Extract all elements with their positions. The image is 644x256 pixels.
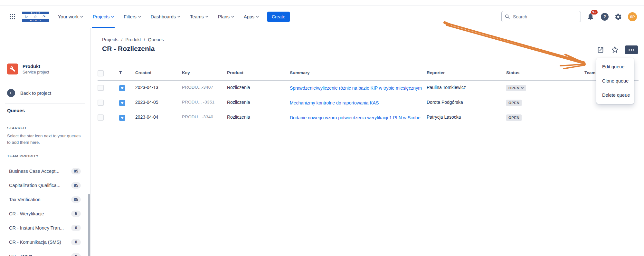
sidebar-item-business-case-acceptance[interactable]: Business Case Accept... 85 [5,164,85,178]
row-checkbox[interactable] [98,100,104,106]
cell-created: 2023-04-05 [135,100,182,105]
star-outline-icon [611,46,619,54]
queue-count-badge: 5 [71,211,81,217]
back-to-project[interactable]: Back to project [7,89,51,97]
notification-count-badge: 9+ [591,10,598,15]
team-priority-heading: TEAM PRIORITY [7,154,39,158]
wrench-icon [10,66,15,72]
help-button[interactable]: ? [601,13,609,21]
issue-summary-link[interactable]: Dodanie nowego wzoru potwierdzenia weryf… [290,115,420,120]
star-queue-button[interactable] [611,45,619,54]
cell-reporter: Dorota Podgórska [427,100,506,105]
chevron-down-icon [521,87,524,89]
cell-product: Rozliczenia [227,114,290,120]
app-switcher-icon[interactable] [10,14,15,20]
jira-service-queue-page: BLUE ▷☆↷ MEDIA Your work Projects Filter… [0,0,644,256]
gear-icon [614,13,622,21]
col-header-product: Product [227,68,290,75]
col-header-reporter: Reporter [427,68,506,75]
project-type: Service project [23,70,49,74]
cell-created: 2023-04-04 [135,114,182,120]
breadcrumb-queues[interactable]: Queues [148,37,164,42]
nav-projects[interactable]: Projects [93,5,114,28]
nav-teams[interactable]: Teams [190,5,208,28]
search-icon [505,14,510,19]
sidebar-item-tax-verification[interactable]: Tax Verification 85 [5,192,85,207]
breadcrumb: Projects / Produkt / Queues [102,37,164,42]
issue-table: T Created Key Product Summary Reporter S… [98,68,639,125]
notifications-button[interactable]: 9+ [587,13,595,21]
logo-top-text: BLUE [22,12,49,15]
col-header-summary: Summary [290,68,427,75]
col-header-key: Key [182,68,227,75]
status-badge[interactable]: OPEN [506,100,522,106]
chevron-down-icon [205,16,208,18]
nav-apps[interactable]: Apps [244,5,259,28]
cell-created: 2023-04-13 [135,85,182,90]
queue-count-badge: 85 [71,168,81,174]
sidebar-divider [5,103,85,103]
issue-type-icon: ♥ [119,85,125,91]
cell-reporter: Patrycja Lasocka [427,114,506,120]
menu-item-delete-queue[interactable]: Delete queue [596,88,634,102]
sidebar-item-cr-instant-money-transfer[interactable]: CR - Instant Money Tran... 0 [5,221,85,235]
breadcrumb-separator: / [144,37,145,42]
table-row: ♥ 2023-04-13 PRODU...-3407 Rozliczenia S… [98,81,639,95]
sidebar-item-cr-weryfikacje[interactable]: CR - Weryfikacje 5 [5,207,85,221]
queue-actions-menu: Edit queue Clone queue Delete queue [596,58,634,104]
help-icon: ? [603,14,606,19]
chevron-down-icon [177,16,180,18]
menu-item-clone-queue[interactable]: Clone queue [596,74,634,88]
annotation-arrow [0,0,644,256]
user-avatar[interactable]: SP [628,12,637,21]
cell-product: Rozliczenia [227,100,290,105]
sidebar-item-cr-topup[interactable]: CR - Topup 0 [5,249,85,256]
row-checkbox[interactable] [98,114,104,121]
logo-bottom-text: MEDIA [22,19,49,22]
queue-count-badge: 0 [71,239,81,245]
queue-count-badge: 0 [71,225,81,231]
queue-count-badge: 85 [71,196,81,203]
create-button[interactable]: Create [267,12,290,22]
nav-your-work[interactable]: Your work [58,5,83,28]
breadcrumb-separator: / [121,37,123,42]
sidebar-scrollbar[interactable] [88,194,90,256]
table-row: ♥ 2023-04-04 PRODU...-3340 Rozliczenia D… [98,110,639,125]
cell-product: Rozliczenia [227,85,290,90]
sidebar-item-capitalization-qualification[interactable]: Capitalization Qualifica... 85 [5,178,85,192]
queues-heading: Queues [7,108,25,113]
col-header-status: Status [506,68,584,75]
sidebar-item-cr-komunikacja-sms[interactable]: CR - Komunikacja (SMS) 0 [5,235,85,249]
more-actions-button[interactable] [625,45,638,54]
queue-count-badge: 0 [71,253,81,256]
status-badge[interactable]: OPEN [506,114,522,121]
select-all-checkbox[interactable] [98,70,104,76]
row-checkbox[interactable] [98,85,104,91]
back-to-project-label: Back to project [20,91,51,96]
search-input[interactable] [512,14,577,20]
col-header-created: Created [135,68,182,75]
chevron-down-icon [111,16,114,18]
queue-actions [596,45,638,54]
global-search[interactable] [501,11,581,22]
issue-summary-link[interactable]: Mechanizmy kontrolne do raportowania KAS [290,100,379,105]
nav-plans[interactable]: Plans [218,5,234,28]
blue-media-logo[interactable]: BLUE ▷☆↷ MEDIA [22,12,49,22]
starred-hint-text: Select the star icon next to your queues… [7,133,82,146]
project-sidebar: Produkt Service project Back to project … [0,28,91,256]
nav-dashboards[interactable]: Dashboards [151,5,180,28]
cell-key: PRODU...-3407 [182,85,227,90]
project-header: Produkt Service project [7,63,49,74]
menu-item-edit-queue[interactable]: Edit queue [596,60,634,74]
project-icon [7,64,18,74]
settings-button[interactable] [614,13,622,21]
nav-filters[interactable]: Filters [124,5,141,28]
chevron-down-icon [80,16,83,18]
open-in-new-icon [597,46,604,54]
cell-key: PRODU... -3351 [182,100,227,104]
breadcrumb-projects[interactable]: Projects [102,37,118,42]
issue-summary-link[interactable]: Sprawdzenie/wyliczenie różnic na bazie K… [290,85,422,91]
export-button[interactable] [596,46,605,54]
status-dropdown[interactable]: OPEN [506,85,526,91]
breadcrumb-produkt[interactable]: Produkt [125,37,141,42]
